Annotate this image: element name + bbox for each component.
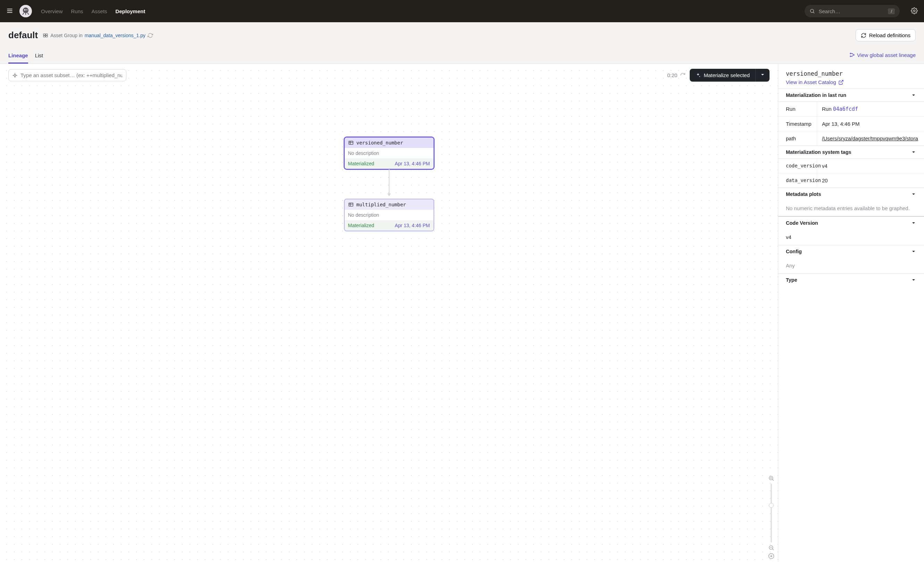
chevron-down-icon bbox=[911, 249, 916, 254]
section-system-tags[interactable]: Materialization system tags bbox=[778, 146, 924, 158]
search-shortcut: / bbox=[888, 8, 895, 14]
zoom-slider[interactable] bbox=[771, 484, 772, 542]
svg-point-8 bbox=[914, 10, 915, 12]
svg-rect-24 bbox=[349, 203, 353, 206]
zoom-out-icon[interactable] bbox=[768, 545, 774, 551]
refresh-icon bbox=[861, 33, 866, 38]
reload-definitions-button[interactable]: Reload definitions bbox=[856, 29, 916, 41]
table-icon bbox=[348, 140, 354, 146]
settings-button[interactable] bbox=[911, 7, 918, 15]
breadcrumb: Asset Group in manual_data_versions_1.py bbox=[43, 33, 153, 38]
svg-point-15 bbox=[853, 54, 854, 56]
lineage-icon bbox=[849, 52, 855, 58]
asset-node-status: Materialized bbox=[348, 161, 374, 166]
svg-line-28 bbox=[772, 479, 773, 480]
svg-line-7 bbox=[813, 12, 814, 13]
section-type[interactable]: Type bbox=[778, 273, 924, 286]
nav-assets[interactable]: Assets bbox=[92, 8, 107, 14]
metadata-plots-empty: No numeric metadata entries available to… bbox=[778, 200, 924, 217]
subset-input[interactable] bbox=[21, 72, 123, 78]
code-version-key: code_version bbox=[778, 159, 817, 173]
svg-rect-21 bbox=[349, 141, 353, 144]
filter-icon bbox=[12, 72, 18, 78]
view-in-catalog-link[interactable]: View in Asset Catalog bbox=[786, 79, 916, 85]
tab-list[interactable]: List bbox=[35, 50, 43, 63]
search-input[interactable] bbox=[819, 8, 884, 14]
asset-node-description: No description bbox=[345, 148, 434, 158]
view-global-lineage-link[interactable]: View global asset lineage bbox=[849, 52, 916, 58]
chevron-down-icon bbox=[911, 191, 916, 197]
svg-point-6 bbox=[810, 9, 814, 12]
breadcrumb-label: Asset Group in bbox=[50, 33, 82, 38]
breadcrumb-link[interactable]: manual_data_versions_1.py bbox=[85, 33, 146, 38]
svg-point-5 bbox=[26, 9, 27, 11]
chevron-down-icon bbox=[911, 92, 916, 98]
svg-point-13 bbox=[850, 53, 851, 54]
section-code-version[interactable]: Code Version bbox=[778, 217, 924, 229]
refresh-icon[interactable] bbox=[680, 72, 686, 78]
run-id-link[interactable]: 04a6fcdf bbox=[833, 106, 858, 112]
svg-point-16 bbox=[14, 74, 16, 76]
reload-icon[interactable] bbox=[147, 33, 153, 38]
asset-node-multiplied-number[interactable]: multiplied_number No description Materia… bbox=[344, 199, 434, 231]
asset-node-timestamp: Apr 13, 4:46 PM bbox=[394, 222, 430, 228]
config-body: Any bbox=[778, 258, 924, 273]
path-key: path bbox=[778, 131, 817, 146]
run-value: Run 04a6fcdf bbox=[817, 102, 924, 116]
nav-runs[interactable]: Runs bbox=[71, 8, 83, 14]
global-search[interactable]: / bbox=[805, 5, 900, 17]
chevron-down-icon bbox=[760, 72, 765, 77]
run-key: Run bbox=[778, 102, 817, 116]
section-config[interactable]: Config bbox=[778, 245, 924, 258]
nav-overview[interactable]: Overview bbox=[41, 8, 63, 14]
table-icon bbox=[348, 202, 354, 207]
lineage-canvas[interactable]: 0:20 Materialize selected versioned_numb… bbox=[0, 64, 778, 562]
zoom-thumb[interactable] bbox=[769, 503, 774, 508]
svg-rect-11 bbox=[44, 35, 45, 37]
materialize-selected-button[interactable]: Materialize selected bbox=[690, 69, 755, 81]
search-icon bbox=[810, 8, 815, 14]
svg-line-32 bbox=[772, 549, 773, 550]
svg-line-35 bbox=[840, 80, 843, 83]
selected-asset-name: versioned_number bbox=[786, 70, 916, 77]
tab-lineage[interactable]: Lineage bbox=[8, 50, 28, 63]
asset-node-description: No description bbox=[345, 210, 434, 220]
download-icon[interactable] bbox=[768, 553, 774, 559]
asset-group-icon bbox=[43, 33, 48, 38]
section-last-run[interactable]: Materialization in last run bbox=[778, 89, 924, 101]
section-metadata-plots[interactable]: Metadata plots bbox=[778, 188, 924, 200]
edge-arrow bbox=[389, 168, 390, 196]
code-version-value: v4 bbox=[817, 159, 924, 173]
svg-point-4 bbox=[24, 9, 26, 11]
app-logo[interactable] bbox=[20, 5, 32, 17]
menu-button[interactable] bbox=[6, 7, 13, 15]
asset-node-timestamp: Apr 13, 4:46 PM bbox=[394, 161, 430, 166]
timestamp-key: Timestamp bbox=[778, 117, 817, 131]
refresh-timer: 0:20 bbox=[667, 72, 686, 78]
page-title: default bbox=[8, 30, 38, 41]
asset-details-panel: versioned_number View in Asset Catalog M… bbox=[778, 64, 924, 562]
asset-node-name: multiplied_number bbox=[357, 202, 406, 207]
svg-rect-9 bbox=[44, 34, 45, 35]
asset-subset-filter[interactable] bbox=[8, 69, 126, 81]
asset-node-versioned-number[interactable]: versioned_number No description Material… bbox=[344, 137, 434, 170]
chevron-down-icon bbox=[911, 277, 916, 283]
nav-deployment[interactable]: Deployment bbox=[116, 8, 146, 14]
materialize-dropdown-button[interactable] bbox=[755, 69, 770, 82]
sparkle-icon bbox=[695, 72, 701, 78]
svg-rect-10 bbox=[46, 34, 48, 35]
svg-rect-12 bbox=[46, 35, 48, 37]
code-version-body: v4 bbox=[778, 229, 924, 245]
svg-point-14 bbox=[850, 56, 851, 57]
chevron-down-icon bbox=[911, 220, 916, 226]
asset-node-status: Materialized bbox=[348, 222, 374, 228]
data-version-value: 20 bbox=[817, 173, 924, 188]
chevron-down-icon bbox=[911, 149, 916, 155]
zoom-in-icon[interactable] bbox=[768, 475, 774, 481]
data-version-key: data_version bbox=[778, 173, 817, 188]
svg-point-3 bbox=[23, 8, 28, 13]
external-link-icon bbox=[838, 80, 844, 85]
asset-node-name: versioned_number bbox=[357, 140, 404, 146]
path-value: /Users/sryza/dagster/tmppvqwm9e3/stora bbox=[817, 131, 924, 146]
timestamp-value: Apr 13, 4:46 PM bbox=[817, 117, 924, 131]
